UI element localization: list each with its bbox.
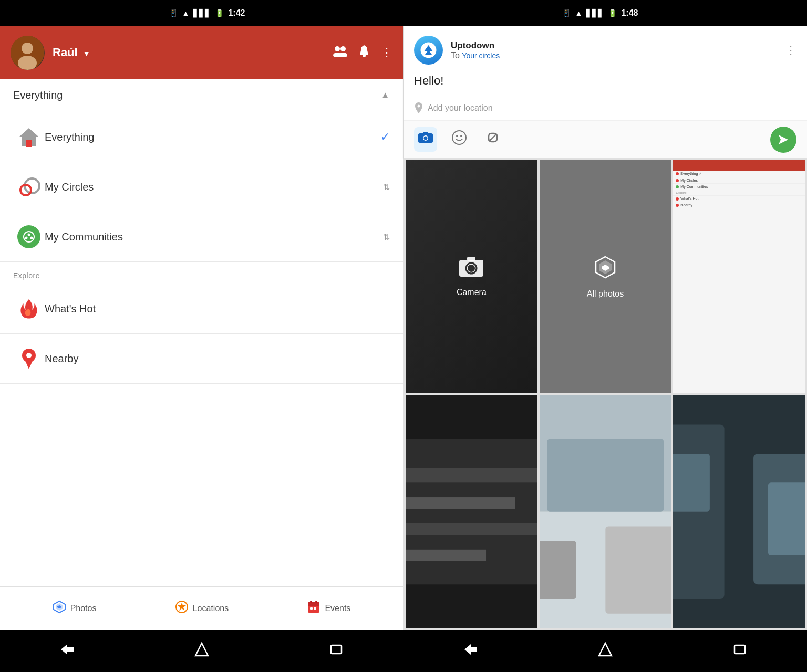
camera-action-icon[interactable] [414,127,437,152]
home-button-left[interactable] [189,637,214,665]
check-icon: ✓ [380,130,390,144]
svg-rect-65 [768,482,805,555]
camera-tile-label: Camera [457,288,487,297]
bottom-nav: Photos Locations [0,586,403,630]
svg-rect-53 [406,523,537,534]
circles-icon [13,174,45,200]
main-content: Raúl ▼ ⋮ [0,26,807,630]
back-button-left[interactable] [55,638,80,664]
more-menu-icon[interactable]: ⋮ [381,46,392,59]
avatar-image [11,36,45,70]
nav-item-nearby[interactable]: Nearby [0,334,403,384]
sc-header [673,160,805,171]
svg-marker-69 [464,644,477,655]
svg-point-2 [18,56,37,70]
recent-button-right[interactable] [727,638,752,664]
fire-icon [13,296,45,322]
phone-icon-r: 📱 [562,9,571,17]
right-panel: Uptodown To Your circles ⋮ Hello! Add yo… [404,26,807,630]
svg-rect-51 [406,468,537,482]
right-time: 1:48 [621,8,638,18]
svg-point-15 [30,237,33,239]
svg-rect-45 [467,257,475,261]
svg-marker-70 [599,643,612,656]
sys-nav-right [404,637,807,665]
notification-icon[interactable] [358,44,370,61]
send-button[interactable] [770,127,796,153]
everything-section-header[interactable]: Everything ▲ [0,79,403,112]
svg-point-12 [24,232,34,242]
post-header: Uptodown To Your circles ⋮ [404,26,807,74]
svg-line-40 [491,135,495,140]
photos-label: Photos [70,604,97,613]
status-bar-right: 📱 ▲ ▋▋▋ 🔋 1:48 [404,8,796,18]
sc-dot-2 [676,179,679,182]
map-pin-icon [13,345,45,372]
svg-point-37 [452,131,466,144]
svg-marker-67 [195,643,208,656]
link-action-icon[interactable] [481,126,504,153]
sc-dot-3 [676,185,679,188]
recent-button-left[interactable] [324,638,349,664]
photo-bottom-left[interactable] [406,395,537,628]
sc-item-4: What's Hot [673,196,805,202]
post-card: Uptodown To Your circles ⋮ Hello! Add yo… [404,26,807,158]
svg-rect-68 [331,645,342,654]
photo-bottom-right[interactable] [673,395,805,628]
post-to-text: To [451,51,460,60]
nearby-label: Nearby [45,353,390,365]
post-avatar [414,36,443,65]
left-time: 1:42 [228,8,245,18]
wifi-icon-r: ▲ [575,9,583,17]
svg-marker-23 [178,603,186,611]
svg-rect-59 [540,541,576,599]
location-star-icon [175,600,189,617]
whats-hot-label: What's Hot [45,303,390,315]
svg-point-29 [315,601,317,603]
sc-dot-4 [676,197,679,201]
status-bar: 📱 ▲ ▋▋▋ 🔋 1:42 📱 ▲ ▋▋▋ 🔋 1:48 [0,0,807,26]
people-icon[interactable] [333,45,347,60]
nav-item-whats-hot[interactable]: What's Hot [0,284,403,334]
nav-item-my-communities[interactable]: My Communities ⇅ [0,212,403,262]
phone-icon: 📱 [169,9,178,17]
post-circle-text[interactable]: Your circles [462,51,500,60]
svg-point-28 [310,601,312,603]
svg-point-38 [456,135,458,137]
svg-rect-50 [406,439,537,584]
svg-rect-9 [26,140,32,147]
post-actions [404,120,807,158]
all-photos-tile[interactable]: All photos [540,160,671,393]
svg-rect-60 [605,526,671,613]
emoji-action-icon[interactable] [448,126,471,153]
bottom-nav-photos[interactable]: Photos [47,597,102,620]
bottom-nav-locations[interactable]: Locations [170,597,234,620]
screenshot-tile[interactable]: Everything ✓ My Circles My Communities E… [673,160,805,393]
svg-rect-36 [423,132,428,134]
sys-nav-left [0,637,404,665]
back-button-right[interactable] [458,638,483,664]
svg-rect-27 [314,607,316,610]
nav-item-everything[interactable]: Everything ✓ [0,112,403,162]
svg-rect-54 [406,549,486,561]
svg-rect-25 [308,602,319,606]
svg-point-44 [468,265,475,272]
camera-tile[interactable]: Camera [406,160,537,393]
collapse-icon: ▲ [380,90,390,101]
sc-dot-5 [676,204,679,207]
everything-label: Everything [45,131,380,143]
signal-icon-r: ▋▋▋ [586,9,604,17]
post-more-icon[interactable]: ⋮ [785,44,796,57]
bottom-nav-events[interactable]: Events [302,597,356,620]
camera-tile-icon [458,256,484,284]
locations-label: Locations [193,604,229,613]
user-name[interactable]: Raúl ▼ [53,46,325,59]
svg-marker-41 [779,135,788,144]
photo-bottom-mid[interactable] [540,395,671,628]
nav-item-my-circles[interactable]: My Circles ⇅ [0,162,403,212]
post-location[interactable]: Add your location [404,96,807,120]
home-button-right[interactable] [593,637,618,665]
avatar[interactable] [11,36,45,70]
screenshot-content: Everything ✓ My Circles My Communities E… [673,160,805,393]
svg-rect-64 [673,453,710,511]
